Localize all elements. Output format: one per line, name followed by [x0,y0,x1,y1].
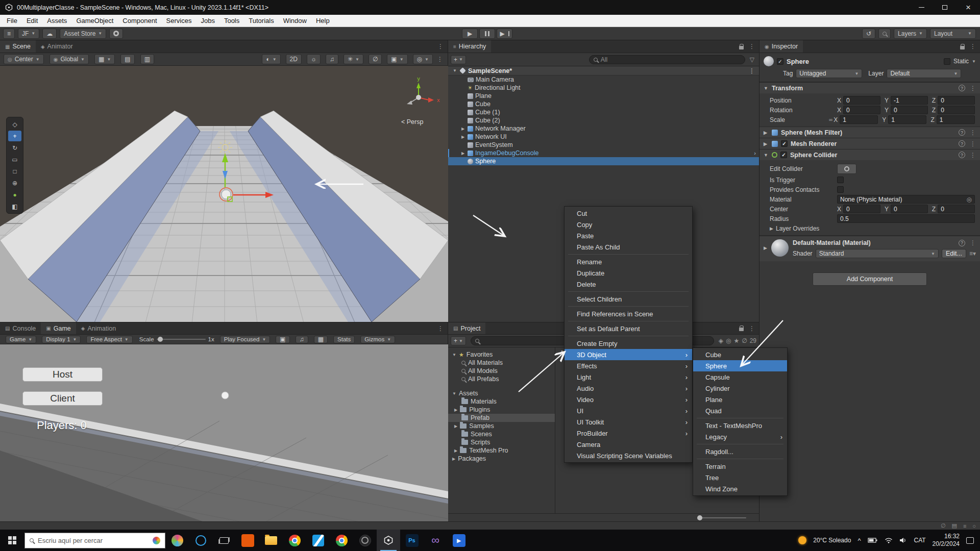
display-dropdown[interactable]: Display 1▼ [42,336,81,343]
foldout-icon[interactable]: ▼ [452,391,456,396]
foldout-icon[interactable]: ▶ [460,135,465,139]
object-picker-icon[interactable]: ◎ [967,196,972,203]
tab-animation[interactable]: ◈Animation [76,322,121,334]
center-y-field[interactable]: 0 [891,205,928,213]
client-button[interactable]: Client [22,391,103,406]
favorite-all-materials[interactable]: All Materials [448,359,555,367]
help-icon[interactable]: ? [959,140,965,147]
account-button[interactable]: JF▼ [18,29,39,39]
wifi-icon[interactable] [885,537,893,543]
help-icon[interactable]: ? [959,240,965,246]
custom-tool-button[interactable]: ● [8,189,21,200]
favorites-header[interactable]: ▼★Favorites [448,350,555,359]
object-name-field[interactable]: Sphere [787,58,941,65]
component-menu-icon[interactable]: ⋮ [970,152,976,159]
tray-expand-icon[interactable]: ^ [857,537,861,544]
hierarchy-item-cube-1[interactable]: Cube (1) [448,108,759,116]
vsync-button[interactable]: ▦ [314,336,328,343]
close-button[interactable]: × [957,0,980,15]
add-component-button[interactable]: Add Component [813,272,927,286]
context-item-create-empty[interactable]: Create Empty [565,338,692,349]
material-preview-sphere[interactable] [771,239,789,257]
volume-icon[interactable] [899,537,908,543]
center-z-field[interactable]: 0 [938,205,975,213]
tab-scene[interactable]: ▦Scene [0,40,36,53]
submenu-item-text-textmeshpro[interactable]: Text - TextMeshPro [693,420,787,431]
context-item-find-references[interactable]: Find References in Scene [565,308,692,319]
context-item-paste[interactable]: Paste [565,230,692,241]
link-scale-icon[interactable]: ∞ [829,117,832,122]
more-options-icon[interactable]: ⋮ [749,325,755,332]
context-item-light[interactable]: Light› [565,371,692,383]
available-tools-button[interactable]: ◧ [8,201,21,212]
scale-z-field[interactable]: 1 [937,115,975,124]
foldout-icon[interactable]: ▶ [764,130,769,135]
taskbar-unity-editor[interactable] [377,530,400,551]
context-item-audio[interactable]: Audio› [565,383,692,394]
tool-handle-pivot-dropdown[interactable]: ◎Center▼ [4,54,44,64]
menu-edit[interactable]: Edit [22,15,42,27]
taskbar-app-paint[interactable] [165,530,189,551]
layout-dropdown[interactable]: Layout▼ [930,29,976,39]
foldout-icon[interactable]: ▶ [770,226,776,231]
taskbar-file-explorer[interactable] [259,530,283,551]
tab-game[interactable]: ▣Game [41,322,76,334]
folder-plugins[interactable]: ▶Plugins [448,406,555,414]
host-button[interactable]: Host [22,367,103,382]
edit-shader-button[interactable]: Edit... [942,249,966,258]
submenu-item-cylinder[interactable]: Cylinder [693,383,787,394]
taskbar-movies-tv[interactable]: ▶ [447,530,471,551]
favorite-all-prefabs[interactable]: All Prefabs [448,375,555,383]
process-list-icon[interactable]: ≡ [963,523,966,529]
foldout-icon[interactable]: ▶ [460,127,465,131]
grid-snap-button[interactable]: ▦▼ [94,54,115,64]
asset-store-button[interactable]: Asset Store▼ [60,29,106,39]
help-icon[interactable]: ? [959,129,965,136]
submenu-item-terrain[interactable]: Terrain [693,461,787,472]
context-item-probuilder[interactable]: ProBuilder› [565,428,692,439]
menu-services[interactable]: Services [162,15,197,27]
start-button[interactable] [0,530,24,551]
context-item-visual-scripting[interactable]: Visual Scripting Scene Variables [565,450,692,461]
foldout-icon[interactable]: ▶ [764,245,767,258]
play-focused-dropdown[interactable]: Play Focused▼ [220,336,271,343]
rotation-z-field[interactable]: 0 [938,106,975,114]
hierarchy-item-eventsystem[interactable]: EventSystem [448,141,759,149]
snap-settings-button[interactable]: ▥ [140,54,154,64]
material-menu-icon[interactable]: ≡▾ [969,250,976,257]
filter-icon[interactable]: ▽ [750,56,754,63]
more-options-icon[interactable]: ⋮ [437,56,443,63]
component-menu-icon[interactable]: ⋮ [970,140,976,147]
icon-size-slider[interactable] [697,517,746,518]
context-item-ui[interactable]: UI› [565,405,692,416]
component-enabled-checkbox[interactable]: ✓ [780,152,787,158]
position-y-field[interactable]: -1 [891,96,928,105]
persp-label[interactable]: < Persp [401,118,423,126]
foldout-icon[interactable]: ▼ [452,68,457,73]
context-item-camera[interactable]: Camera [565,439,692,450]
context-item-cut[interactable]: Cut [565,208,692,219]
maximize-button[interactable] [933,0,957,15]
scale-y-field[interactable]: 1 [888,115,926,124]
draw-mode-dropdown[interactable]: ◐▼ [262,54,280,64]
taskbar-app-cortana[interactable] [189,530,212,551]
hidden-objects-toggle[interactable]: ∅ [369,54,382,64]
console-log-icon[interactable]: ▤ [952,522,957,529]
menu-tutorials[interactable]: Tutorials [244,15,278,27]
hierarchy-item-directional-light[interactable]: ☀Directional Light [448,84,759,92]
context-item-video[interactable]: Video› [565,394,692,405]
taskbar-chrome-2[interactable] [330,530,353,551]
stats-button[interactable]: Stats [333,336,355,343]
grid-menu-button[interactable]: ≡ [3,29,15,39]
foldout-icon[interactable]: ▼ [764,86,769,91]
taskbar-search-input[interactable]: Escriu aquí per cercar [24,533,165,548]
taskbar-visual-studio[interactable]: ∞ [424,530,447,551]
search-by-type-icon[interactable]: ◈ [719,337,723,344]
scene-options-icon[interactable]: ⋮ [749,67,755,74]
static-dropdown-icon[interactable]: ▼ [972,59,976,64]
foldout-icon[interactable]: ▶ [454,448,457,453]
move-tool-button[interactable]: + [8,131,21,141]
submenu-item-quad[interactable]: Quad [693,405,787,416]
snap-increment-button[interactable]: ▤ [120,54,134,64]
scale-slider[interactable] [157,339,206,340]
